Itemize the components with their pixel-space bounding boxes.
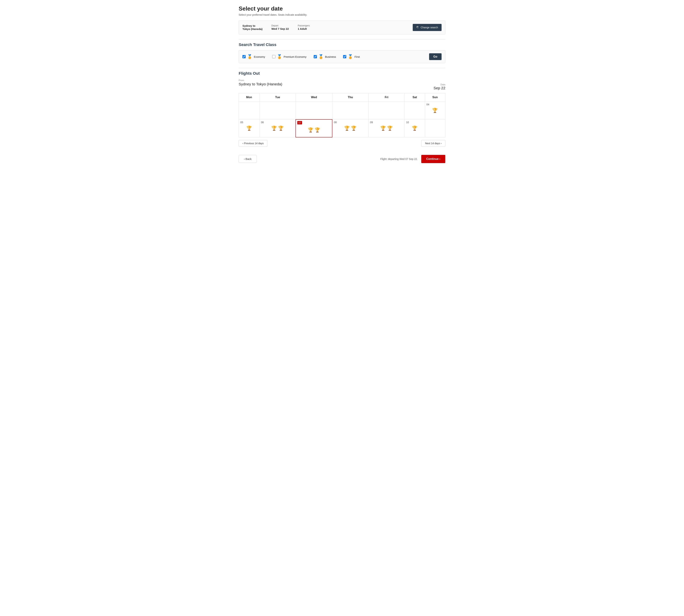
economy-label[interactable]: Economy [254,55,265,58]
cell-icons: 🏆 [427,108,444,113]
col-fri: Fri [368,93,405,102]
cell-date: 08 [334,121,367,124]
cell-icons: 🏆🏆 [297,127,330,133]
award-icon: 🏆 [344,126,350,131]
cell-date: 04 [427,103,444,106]
travel-class-row: 🏅 Economy 🏅 Premium Economy 🏅 Business 🏅… [239,50,445,63]
cell-icons: 🏆 [240,126,258,131]
calendar-row: 05🏆06🏆🏆07🏆🏆08🏆🏆09🏆🏆10🏆 [239,119,445,137]
cell-date: 05 [240,121,258,124]
date-label: Date [434,83,445,86]
premium-economy-checkbox[interactable] [272,55,275,58]
next-14-days-button[interactable]: Next 14 days › [421,140,445,147]
award-icon: 🏆 [271,126,277,131]
first-checkbox[interactable] [343,55,346,58]
business-option: 🏅 Business [314,54,336,59]
change-search-label: Change search [420,26,438,29]
calendar-cell [239,102,259,119]
award-icon: 🏆 [246,126,252,131]
calendar-cell [296,102,332,119]
award-icon: 🏆 [315,127,320,133]
route-value: Sydney to Tokyo (Haneda) [243,24,263,30]
col-sat: Sat [405,93,425,102]
calendar-cell [332,102,368,119]
flight-info-text: Flight: departing Wed 07 Sep 22. [380,158,418,160]
calendar-table: Mon Tue Wed Thu Fri Sat Sun 04🏆05🏆06🏆🏆07… [239,93,445,137]
flights-out-title: Flights Out [239,71,445,76]
passengers-group: Passengers 1 Adult [298,24,310,31]
from-label: From [239,79,445,82]
cell-icons: 🏆🏆 [370,126,403,131]
calendar-cell[interactable]: 07🏆🏆 [296,119,332,137]
calendar-cell [368,102,405,119]
award-icon: 🏆 [351,126,357,131]
business-checkbox[interactable] [314,55,317,58]
search-bar-info: Sydney to Tokyo (Haneda) Depart Wed 7 Se… [243,24,413,31]
col-sun: Sun [425,93,445,102]
travel-class-section: Search Travel Class 🏅 Economy 🏅 Premium … [239,42,445,63]
depart-group: Depart Wed 7 Sep 22 [271,24,289,31]
change-search-button[interactable]: Change search [413,24,441,31]
award-icon: 🏆 [412,126,417,131]
passengers-value: 1 Adult [298,27,307,30]
first-icon: 🏅 [348,54,353,59]
calendar-cell[interactable]: 04🏆 [425,102,445,119]
flights-out-meta: Sydney to Tokyo (Haneda) Date Sep 22 [239,82,445,90]
calendar-cell[interactable]: 06🏆🏆 [259,119,296,137]
economy-checkbox[interactable] [243,55,246,58]
cell-icons: 🏆🏆 [261,126,294,131]
col-tue: Tue [259,93,296,102]
calendar-header-row: Mon Tue Wed Thu Fri Sat Sun [239,93,445,102]
cell-icons: 🏆🏆 [334,126,367,131]
award-icon: 🏆 [387,126,393,131]
divider-2 [239,68,445,68]
route-name: Sydney to Tokyo (Haneda) [239,82,282,86]
flights-out-header: From Sydney to Tokyo (Haneda) Date Sep 2… [239,79,445,90]
date-value: Sep 22 [434,86,445,90]
go-button[interactable]: Go [429,53,441,60]
calendar-body: 04🏆05🏆06🏆🏆07🏆🏆08🏆🏆09🏆🏆10🏆 [239,102,445,137]
prev-14-days-button[interactable]: ‹ Previous 14 days [239,140,267,147]
first-option: 🏅 First [343,54,360,59]
date-label-group: Date Sep 22 [434,83,445,90]
continue-button[interactable]: Continue › [421,155,445,163]
col-thu: Thu [332,93,368,102]
premium-economy-option: 🏅 Premium Economy [272,54,306,59]
travel-class-title: Search Travel Class [239,42,445,47]
calendar-cell[interactable]: 08🏆🏆 [332,119,368,137]
cell-date: 07 [297,121,302,125]
calendar-cell [259,102,296,119]
cell-date: 09 [370,121,403,124]
premium-economy-label[interactable]: Premium Economy [283,55,306,58]
calendar-cell [405,102,425,119]
award-icon: 🏆 [278,126,284,131]
award-icon: 🏆 [308,127,314,133]
calendar-cell[interactable]: 09🏆🏆 [368,119,405,137]
page-title: Select your date [239,5,445,12]
calendar-cell[interactable]: 10🏆 [405,119,425,137]
passengers-label: Passengers [298,24,310,27]
depart-label: Depart [271,24,289,27]
business-label[interactable]: Business [325,55,336,58]
flights-out-section: Flights Out From Sydney to Tokyo (Haneda… [239,71,445,147]
calendar-cell[interactable]: 05🏆 [239,119,259,137]
economy-option: 🏅 Economy [243,54,265,59]
bottom-bar: ‹ Back Flight: departing Wed 07 Sep 22. … [239,152,445,163]
search-bar: Sydney to Tokyo (Haneda) Depart Wed 7 Se… [239,21,445,35]
col-mon: Mon [239,93,259,102]
continue-section: Flight: departing Wed 07 Sep 22. Continu… [380,155,445,163]
business-icon: 🏅 [318,54,324,59]
first-label[interactable]: First [355,55,360,58]
cell-date: 10 [406,121,424,124]
premium-economy-icon: 🏅 [277,54,282,59]
cell-date: 06 [261,121,294,124]
depart-value: Wed 7 Sep 22 [271,27,289,30]
award-icon: 🏆 [432,108,438,113]
search-icon [416,26,419,29]
award-icon: 🏆 [380,126,386,131]
page-subtitle: Select your preferred travel dates. Seat… [239,13,445,16]
back-button[interactable]: ‹ Back [239,155,257,163]
calendar-nav: ‹ Previous 14 days Next 14 days › [239,140,445,147]
calendar-cell [425,119,445,137]
route-group: Sydney to Tokyo (Haneda) [243,24,263,31]
